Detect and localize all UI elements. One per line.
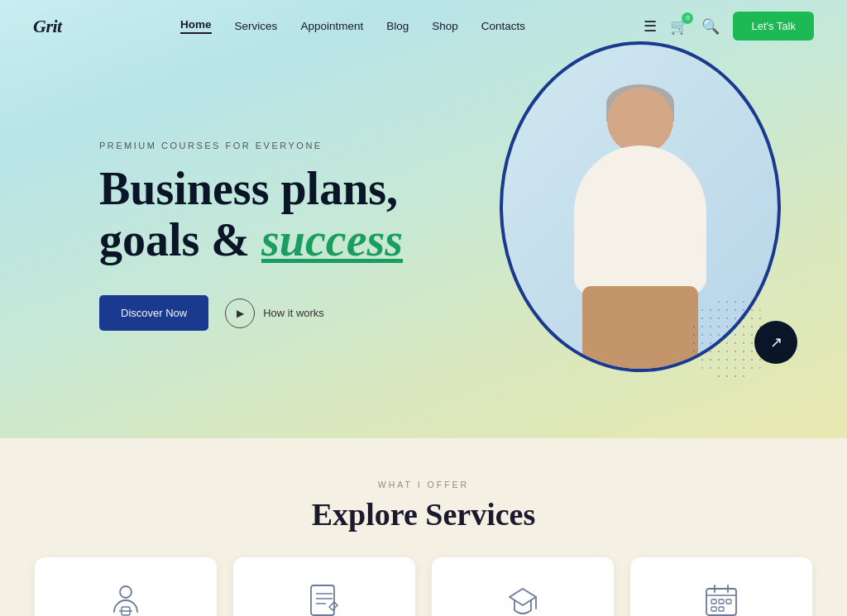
hero-title: Business plans, goals & success — [99, 164, 403, 265]
svg-rect-12 — [711, 599, 716, 604]
training-icon — [503, 580, 543, 616]
svg-rect-16 — [719, 607, 724, 611]
header: Grit Home Services Appointment Blog Shop… — [0, 0, 847, 52]
hero-eyebrow: PREMIUM COURSES FOR EVERYONE — [99, 141, 403, 150]
play-icon[interactable]: ▶ — [225, 298, 255, 328]
search-icon[interactable]: 🔍 — [701, 17, 720, 36]
coach-icon — [106, 580, 146, 616]
services-header: WHAT I OFFER Explore Services — [33, 480, 814, 532]
main-nav: Home Services Appointment Blog Shop Cont… — [180, 18, 525, 34]
keynotes-icon — [304, 580, 344, 616]
hero-actions: Discover Now ▶ How it works — [99, 295, 403, 331]
svg-rect-14 — [726, 599, 731, 604]
services-grid: Professional Coach Sed do euism od tempo… — [33, 557, 814, 616]
hero-title-line1: Business plans, — [99, 163, 398, 214]
nav-blog[interactable]: Blog — [386, 20, 409, 32]
svg-rect-3 — [311, 585, 334, 615]
services-title: Explore Services — [33, 496, 814, 532]
service-card-coach: Professional Coach Sed do euism od tempo… — [35, 557, 217, 616]
cart-badge: 0 — [682, 12, 693, 24]
person-pants — [582, 286, 698, 369]
hero-section: PREMIUM COURSES FOR EVERYONE Business pl… — [0, 0, 847, 438]
schedule-icon — [701, 580, 741, 616]
cart-icon[interactable]: 🛒 0 — [670, 17, 688, 36]
arrow-icon: ↗ — [770, 333, 782, 351]
svg-rect-13 — [719, 599, 724, 604]
nav-contacts[interactable]: Contacts — [481, 20, 525, 32]
person-body — [574, 146, 706, 294]
logo: Grit — [33, 16, 62, 37]
scroll-arrow-button[interactable]: ↗ — [754, 321, 797, 364]
person-head — [607, 88, 673, 154]
discover-now-button[interactable]: Discover Now — [99, 295, 208, 331]
service-card-training: Business Training Sed do euism od tempor — [432, 557, 614, 616]
hero-title-line2-normal: goals & — [99, 214, 261, 265]
header-icons: ☰ 🛒 0 🔍 Let's Talk — [644, 12, 814, 41]
nav-home[interactable]: Home — [180, 18, 212, 34]
nav-appointment[interactable]: Appointment — [300, 20, 363, 32]
hero-title-highlight: success — [261, 214, 403, 265]
svg-point-0 — [120, 586, 132, 598]
lets-talk-button[interactable]: Let's Talk — [733, 12, 814, 41]
services-eyebrow: WHAT I OFFER — [33, 480, 814, 489]
logo-text: Grit — [33, 16, 62, 36]
service-card-schedule: Flexible Schedule Sed do euism od tempor — [630, 557, 812, 616]
how-it-works-link[interactable]: ▶ How it works — [225, 298, 324, 328]
nav-services[interactable]: Services — [235, 20, 278, 32]
services-section: WHAT I OFFER Explore Services Profession… — [0, 438, 847, 616]
menu-icon[interactable]: ☰ — [644, 17, 657, 36]
svg-rect-15 — [711, 607, 716, 611]
nav-shop[interactable]: Shop — [432, 20, 458, 32]
service-card-keynotes: Keynotes & Talks Sed do euism od tempor — [233, 557, 415, 616]
how-it-works-label: How it works — [263, 307, 324, 319]
hero-content: PREMIUM COURSES FOR EVERYONE Business pl… — [99, 141, 403, 331]
hero-image-area: ↗ — [483, 41, 797, 397]
